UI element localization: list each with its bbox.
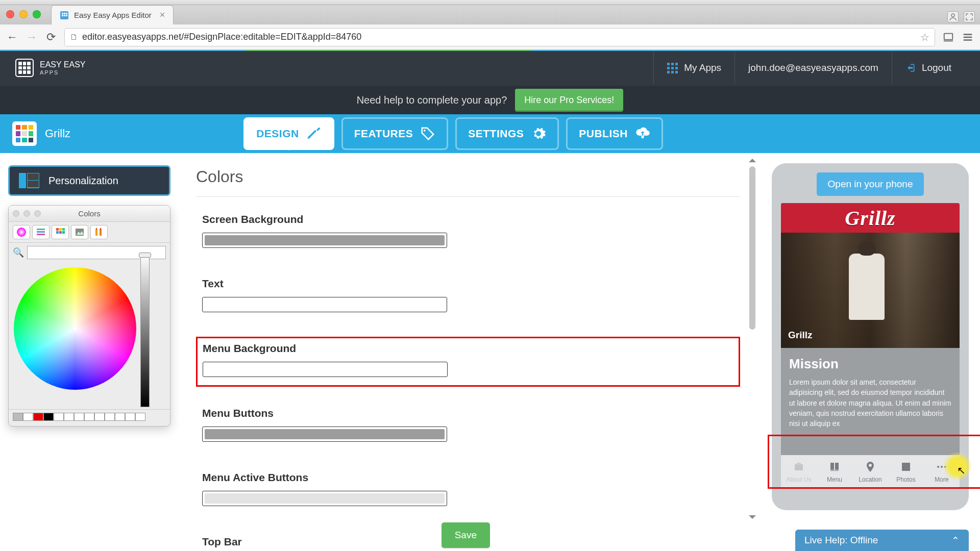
svg-rect-22 (95, 230, 97, 236)
tab-close-icon[interactable]: × (160, 10, 165, 20)
svg-rect-14 (56, 228, 59, 231)
color-wheel[interactable] (14, 267, 136, 390)
tab-settings[interactable]: SETTINGS (455, 117, 559, 150)
svg-rect-1 (62, 13, 63, 14)
colors-settings-panel: Colors Screen Background Text Menu Backg… (179, 153, 761, 551)
hero-figure (849, 254, 885, 320)
brush-icon (306, 126, 322, 141)
svg-rect-13 (37, 234, 45, 235)
mode-crayons-icon[interactable] (90, 225, 108, 239)
color-swatch-input[interactable] (202, 297, 447, 312)
personalization-label: Personalization (48, 175, 118, 187)
preview-column: Open in your phone Grillz Grillz Mission… (761, 153, 980, 551)
vertical-scrollbar[interactable] (748, 155, 756, 522)
mode-sliders-icon[interactable] (32, 225, 50, 239)
color-swatch-input[interactable] (202, 233, 447, 248)
browser-tab[interactable]: Easy Easy Apps Editor × (51, 5, 174, 24)
live-help-text: Live Help: Offline (804, 535, 878, 546)
scroll-up-icon[interactable] (749, 155, 756, 162)
color-picker-panel: Colors 🔍 (8, 205, 170, 427)
user-email[interactable]: john.doe@easyeasyapps.com (734, 51, 892, 85)
live-help-bar[interactable]: Live Help: Offline ⌃ (795, 530, 969, 551)
swatch[interactable] (23, 413, 33, 421)
tab-features[interactable]: FEATURES (341, 117, 449, 150)
svg-rect-11 (37, 229, 45, 230)
menu-icon[interactable] (962, 31, 974, 43)
browser-tab-strip: Easy Easy Apps Editor × (0, 5, 980, 24)
color-field-label: Menu Background (203, 342, 733, 355)
window-minimize-icon[interactable] (19, 10, 28, 18)
svg-marker-23 (95, 228, 97, 230)
svg-rect-12 (37, 231, 45, 233)
swatch[interactable] (54, 413, 64, 421)
color-field: Menu Buttons (196, 402, 740, 451)
fullscreen-icon[interactable] (964, 11, 975, 22)
phone-frame: Open in your phone Grillz Grillz Mission… (772, 163, 969, 510)
swatch[interactable] (125, 413, 135, 421)
swatch[interactable] (64, 413, 74, 421)
swatch[interactable] (84, 413, 94, 421)
bookmark-star-icon[interactable]: ☆ (920, 31, 929, 43)
tab-design[interactable]: DESIGN (243, 117, 334, 150)
svg-rect-24 (100, 230, 102, 236)
preview-topbar: Grillz (781, 203, 960, 233)
app-logo[interactable]: EASY EASY APPS (15, 59, 86, 77)
panel-traffic-lights (13, 210, 41, 217)
swatch[interactable] (13, 413, 23, 421)
swatch[interactable] (105, 413, 115, 421)
svg-rect-8 (944, 33, 953, 39)
app-chip-icon (12, 121, 37, 146)
brightness-slider[interactable] (140, 254, 150, 407)
reload-button[interactable]: ⟳ (45, 31, 57, 43)
address-bar[interactable]: 🗋 editor.easyeasyapps.net/#DesignPlace:e… (64, 28, 935, 46)
svg-rect-4 (62, 15, 63, 16)
preview-section-text: Lorem ipsum dolor sit amet, consectetur … (789, 377, 951, 429)
my-apps-link[interactable]: My Apps (653, 51, 734, 85)
swatch[interactable] (135, 413, 145, 421)
color-swatch-input[interactable] (202, 491, 447, 506)
svg-rect-16 (62, 228, 65, 231)
mode-wheel-icon[interactable] (13, 225, 30, 239)
current-app-chip[interactable]: Grillz (12, 121, 70, 146)
color-field-label: Text (202, 278, 734, 290)
back-button[interactable]: ← (6, 31, 18, 43)
mode-image-icon[interactable] (71, 225, 88, 239)
save-button[interactable]: Save (442, 522, 490, 548)
color-swatch-input[interactable] (203, 362, 448, 377)
scroll-down-icon[interactable] (749, 515, 756, 522)
preview-section-title: Mission (789, 356, 951, 372)
page-icon: 🗋 (70, 33, 78, 42)
logout-label: Logout (922, 62, 951, 73)
mode-palettes-icon[interactable] (52, 225, 69, 239)
color-wheel-cursor[interactable] (72, 328, 76, 331)
swatch[interactable] (33, 413, 43, 421)
color-swatch-input[interactable] (202, 427, 447, 442)
promo-cta-button[interactable]: Hire our Pro Services! (515, 89, 623, 112)
tab-favicon-icon (60, 11, 69, 20)
left-sidebar: Personalization Colors 🔍 (0, 153, 179, 551)
forward-button[interactable]: → (26, 31, 38, 43)
device-icon[interactable] (942, 31, 954, 43)
color-field: Menu Background (196, 337, 740, 387)
window-close-icon[interactable] (6, 10, 14, 18)
swatch[interactable] (115, 413, 125, 421)
account-icon[interactable] (947, 11, 959, 22)
tab-publish[interactable]: PUBLISH (566, 117, 663, 150)
cursor-icon: ↖ (957, 464, 966, 477)
open-in-phone-button[interactable]: Open in your phone (817, 172, 924, 196)
swatch[interactable] (94, 413, 105, 421)
brightness-thumb[interactable] (139, 253, 151, 258)
swatch[interactable] (43, 413, 54, 421)
workspace: Personalization Colors 🔍 (0, 153, 980, 551)
browser-toolbar: ← → ⟳ 🗋 editor.easyeasyapps.net/#DesignP… (0, 24, 980, 50)
url-text: editor.easyeasyapps.net/#DesignPlace:edi… (82, 32, 361, 42)
my-apps-label: My Apps (684, 62, 721, 73)
tab-features-label: FEATURES (354, 128, 413, 140)
panel-heading: Colors (196, 167, 740, 186)
personalization-button[interactable]: Personalization (8, 165, 170, 196)
swatch[interactable] (74, 413, 84, 421)
logout-link[interactable]: Logout (892, 51, 965, 85)
color-field-label: Menu Active Buttons (202, 471, 734, 484)
scroll-thumb[interactable] (749, 166, 755, 330)
window-zoom-icon[interactable] (33, 10, 41, 18)
